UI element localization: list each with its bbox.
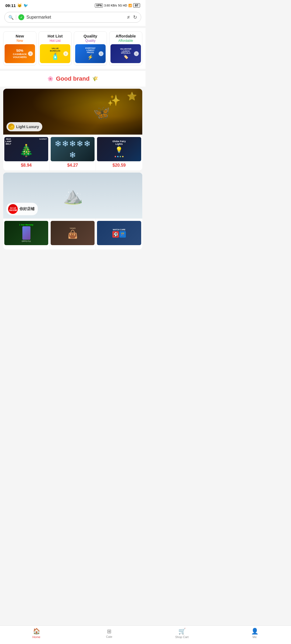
status-icon-bird: 🐦 bbox=[23, 3, 28, 8]
product-snowflakes-img: ❄️ ❄️ ❄️ ❄️ ❄️ ❄️ bbox=[51, 137, 95, 161]
hotlist-arrow-icon: › bbox=[63, 51, 68, 56]
brand2-badge: 12.12 你好店铺 你好店铺 bbox=[6, 203, 38, 215]
brand-badge-icon: ✨ bbox=[8, 124, 15, 130]
status-bar: 09:11 🐱 🐦 VPN 3.60 KB/s 5G HD 📶 97 bbox=[0, 0, 146, 10]
banner-decor-star2: ⭐ bbox=[127, 91, 137, 101]
christmas-tree-icon: 🎄 bbox=[19, 143, 34, 157]
brand-verified-icon: ✓ bbox=[18, 14, 24, 20]
search-icon: 🔍 bbox=[8, 15, 14, 20]
battery-badge: 97 bbox=[133, 3, 140, 8]
category-affordable-title: Affordable bbox=[116, 34, 136, 38]
category-card-new[interactable]: New New 50% CASHBACK VOUCHERS › bbox=[3, 31, 36, 66]
product-bag-img: YANG 👜 bbox=[51, 221, 95, 245]
status-time: 09:11 bbox=[5, 3, 16, 8]
main-content: New New 50% CASHBACK VOUCHERS › Hot List… bbox=[0, 28, 146, 284]
product-fairy-lights-img: Globe FairyLights 💡 ● ● ● ● bbox=[97, 137, 141, 161]
product-fairy-lights-price: $20.59 bbox=[113, 163, 126, 168]
light-luxury-products: SILKLAMPBELT SAMNET 🎄 $8.94 ❄️ ❄️ ❄️ ❄️ … bbox=[3, 135, 142, 170]
status-icon-cat: 🐱 bbox=[17, 3, 22, 8]
category-grid: New New 50% CASHBACK VOUCHERS › Hot List… bbox=[3, 31, 142, 66]
light-luxury-section: ✨ ⭐ 🦋 ✨ Light Luxury SILKLAMPBELT SAMNET… bbox=[3, 89, 142, 170]
category-hotlist-image: VALUEBUNDLES 🧴 › bbox=[40, 44, 70, 63]
fairy-light-content: Globe FairyLights 💡 ● ● ● ● bbox=[112, 140, 126, 158]
category-hotlist-subtitle: Hot List bbox=[50, 39, 61, 43]
category-card-hotlist[interactable]: Hot List Hot List VALUEBUNDLES 🧴 › bbox=[39, 31, 72, 66]
product-silk-lamp-price: $8.94 bbox=[21, 163, 32, 168]
refresh-icon[interactable]: ↻ bbox=[133, 14, 137, 20]
product-snowflakes[interactable]: ❄️ ❄️ ❄️ ❄️ ❄️ ❄️ $4.27 bbox=[50, 135, 96, 170]
category-affordable-subtitle: Affordable bbox=[118, 39, 133, 43]
phone-shape bbox=[22, 226, 30, 240]
affordable-arrow-icon: › bbox=[134, 51, 139, 56]
category-new-subtitle: New bbox=[16, 39, 23, 43]
status-icons: VPN 3.60 KB/s 5G HD 📶 97 bbox=[95, 3, 140, 8]
product-leather-bag[interactable]: YANG 👜 bbox=[50, 219, 96, 249]
product-silk-lamp-img: SILKLAMPBELT SAMNET 🎄 bbox=[4, 137, 48, 161]
category-card-affordable[interactable]: Affordable Affordable VALUESTARLAUNCHSPE… bbox=[109, 31, 142, 66]
brand-badge-text: Light Luxury bbox=[16, 125, 39, 129]
quality-arrow-icon: › bbox=[99, 51, 103, 56]
vpn-badge: VPN bbox=[95, 4, 103, 8]
product-snowflakes-price: $4.27 bbox=[67, 163, 78, 168]
product-fairy-lights[interactable]: Globe FairyLights 💡 ● ● ● ● $20.59 bbox=[96, 135, 142, 170]
category-hotlist-title: Hot List bbox=[48, 34, 63, 38]
brand2-badge-text: 你好店铺 bbox=[19, 207, 34, 211]
product-sports-fans[interactable]: WATCH CARE ⚽ 🎊 bbox=[96, 219, 142, 249]
category-affordable-image: VALUESTARLAUNCHSPECIALS 🏷️ › bbox=[110, 44, 141, 63]
product-phone-img: 1 Year Warranty OPPO F11 bbox=[4, 221, 48, 245]
search-right-actions: ≠ ↻ bbox=[127, 14, 137, 20]
product-sports-img: WATCH CARE ⚽ 🎊 bbox=[97, 221, 141, 245]
search-bar-container: 🔍 ✓ Supermarket ≠ ↻ bbox=[0, 10, 146, 26]
new-arrow-icon: › bbox=[28, 51, 33, 56]
filter-icon[interactable]: ≠ bbox=[127, 15, 130, 20]
category-section: New New 50% CASHBACK VOUCHERS › Hot List… bbox=[0, 28, 146, 69]
category-new-image: 50% CASHBACK VOUCHERS › bbox=[5, 44, 35, 63]
category-quality-title: Quality bbox=[84, 34, 97, 38]
category-quality-image: EVERYDAYLOWESTPRICES ⚡ › bbox=[75, 44, 106, 63]
good-brand-right-decor: 🌾 bbox=[92, 76, 98, 82]
light-luxury-banner[interactable]: ✨ ⭐ 🦋 ✨ Light Luxury bbox=[3, 89, 142, 135]
category-card-quality[interactable]: Quality Quality EVERYDAYLOWESTPRICES ⚡ › bbox=[74, 31, 107, 66]
good-brand-left-decor: 🌸 bbox=[47, 76, 53, 82]
banner-decor-butterfly: 🦋 bbox=[93, 105, 110, 121]
signal-type: 5G HD bbox=[118, 4, 127, 7]
search-bar[interactable]: 🔍 ✓ Supermarket ≠ ↻ bbox=[4, 12, 141, 23]
network-speed: 3.60 KB/s bbox=[104, 4, 117, 7]
brand2-date-badge: 12.12 你好店铺 bbox=[8, 204, 18, 214]
wifi-icon: 📶 bbox=[128, 4, 132, 7]
good-brand-header: 🌸 Good brand 🌾 bbox=[0, 71, 146, 87]
mountain-icon: ⛰️ bbox=[63, 186, 83, 205]
search-divider bbox=[16, 15, 16, 20]
good-brand-title: Good brand bbox=[56, 75, 90, 82]
product-silk-lamp[interactable]: SILKLAMPBELT SAMNET 🎄 $8.94 bbox=[3, 135, 50, 170]
category-quality-subtitle: Quality bbox=[85, 39, 95, 43]
brand2-products: 1 Year Warranty OPPO F11 YANG 👜 WATCH CA… bbox=[3, 218, 142, 249]
category-new-title: New bbox=[16, 34, 24, 38]
search-brand-text[interactable]: Supermarket bbox=[26, 15, 125, 20]
brand2-section: ⛰️ 12.12 你好店铺 你好店铺 1 Year Warranty OPPO … bbox=[3, 173, 142, 249]
light-luxury-badge: ✨ Light Luxury bbox=[6, 122, 42, 131]
product-oppo-phone[interactable]: 1 Year Warranty OPPO F11 bbox=[3, 219, 50, 249]
brand2-banner[interactable]: ⛰️ 12.12 你好店铺 你好店铺 bbox=[3, 173, 142, 218]
